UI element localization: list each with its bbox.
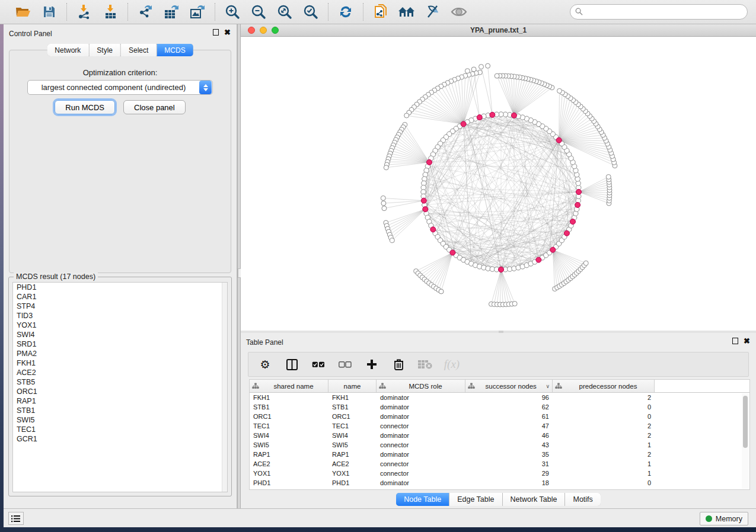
delete-column-icon[interactable] bbox=[391, 357, 406, 371]
network-node[interactable] bbox=[575, 202, 580, 207]
network-node[interactable] bbox=[404, 113, 409, 118]
add-column-icon[interactable] bbox=[365, 357, 379, 371]
table-row[interactable]: SWI5SWI5connector431 bbox=[250, 440, 749, 450]
export-table-icon[interactable] bbox=[162, 4, 180, 20]
tab-network[interactable]: Network bbox=[47, 44, 89, 56]
column-header-successor-nodes[interactable]: successor nodes∨ bbox=[465, 380, 553, 392]
network-node[interactable] bbox=[450, 250, 455, 255]
network-node[interactable] bbox=[556, 137, 562, 143]
zoom-fit-icon[interactable] bbox=[276, 4, 294, 20]
task-history-button[interactable] bbox=[8, 512, 24, 525]
export-image-icon[interactable] bbox=[189, 4, 206, 20]
network-canvas[interactable] bbox=[241, 37, 756, 331]
network-node[interactable] bbox=[471, 67, 476, 72]
network-node[interactable] bbox=[511, 113, 516, 118]
network-node[interactable] bbox=[576, 190, 582, 195]
network-node[interactable] bbox=[486, 63, 490, 68]
mcds-result-item[interactable]: YOX1 bbox=[13, 321, 227, 330]
zoom-in-icon[interactable] bbox=[224, 4, 241, 20]
mcds-result-item[interactable]: CAR1 bbox=[13, 292, 227, 302]
table-row[interactable]: SWI4SWI4dominator462 bbox=[250, 431, 749, 440]
network-node[interactable] bbox=[430, 227, 436, 232]
close-panel-button[interactable]: Close panel bbox=[123, 100, 186, 114]
mcds-result-item[interactable]: STB5 bbox=[13, 377, 227, 387]
mcds-result-item[interactable]: SRD1 bbox=[13, 339, 227, 349]
maximize-window-icon[interactable] bbox=[272, 27, 279, 34]
refresh-icon[interactable] bbox=[337, 4, 355, 20]
export-network-icon[interactable] bbox=[136, 4, 154, 20]
network-node[interactable] bbox=[477, 115, 482, 120]
table-row[interactable]: STB1STB1dominator620 bbox=[250, 402, 749, 412]
table-row[interactable]: ORC1ORC1dominator610 bbox=[250, 412, 749, 421]
network-node[interactable] bbox=[512, 302, 517, 306]
network-node[interactable] bbox=[461, 121, 466, 127]
criterion-dropdown[interactable]: largest connected component (undirected) bbox=[27, 80, 213, 95]
mcds-result-list[interactable]: PHD1CAR1STP4TID3YOX1SWI4SRD1PMA2FKH1ACE2… bbox=[12, 282, 228, 492]
table-row[interactable]: RAP1RAP1dominator352 bbox=[250, 450, 749, 459]
table-scrollbar[interactable] bbox=[742, 393, 749, 489]
mcds-result-item[interactable]: ORC1 bbox=[13, 387, 227, 396]
import-network-icon[interactable] bbox=[75, 4, 93, 20]
import-table-icon[interactable] bbox=[101, 4, 119, 20]
mcds-result-item[interactable]: FKH1 bbox=[13, 358, 227, 368]
column-header-name[interactable]: name bbox=[328, 380, 377, 392]
save-icon[interactable] bbox=[40, 4, 58, 20]
minimize-window-icon[interactable] bbox=[260, 27, 267, 34]
column-header-MCDS-role[interactable]: MCDS role bbox=[377, 380, 465, 392]
network-node[interactable] bbox=[570, 219, 576, 225]
list-scrollbar[interactable] bbox=[222, 283, 227, 492]
close-panel-icon[interactable]: ✖ bbox=[744, 338, 750, 344]
tab-mcds[interactable]: MCDS bbox=[157, 44, 193, 56]
tab-node-table[interactable]: Node Table bbox=[396, 493, 449, 506]
mcds-result-item[interactable]: ACE2 bbox=[13, 368, 227, 377]
search-input[interactable] bbox=[570, 4, 748, 20]
network-node[interactable] bbox=[564, 230, 569, 236]
zoom-out-icon[interactable] bbox=[250, 4, 267, 20]
select-all-icon[interactable] bbox=[311, 357, 326, 371]
clone-network-icon[interactable] bbox=[372, 4, 390, 20]
table-row[interactable]: YOX1YOX1connector291 bbox=[250, 469, 749, 478]
float-panel-icon[interactable] bbox=[732, 338, 738, 344]
zoom-selected-icon[interactable] bbox=[302, 4, 320, 20]
deselect-all-icon[interactable] bbox=[338, 357, 352, 371]
open-folder-icon[interactable] bbox=[14, 4, 32, 20]
houses-icon[interactable] bbox=[398, 4, 416, 20]
network-node[interactable] bbox=[423, 207, 428, 212]
tab-motifs[interactable]: Motifs bbox=[565, 493, 600, 506]
memory-button[interactable]: Memory bbox=[700, 512, 748, 525]
tab-network-table[interactable]: Network Table bbox=[503, 493, 566, 506]
tab-select[interactable]: Select bbox=[121, 44, 157, 56]
mcds-result-item[interactable]: SWI4 bbox=[13, 330, 227, 339]
hide-icon[interactable] bbox=[424, 4, 442, 20]
network-node[interactable] bbox=[465, 69, 470, 73]
column-header-predecessor-nodes[interactable]: predecessor nodes bbox=[553, 380, 655, 392]
network-node[interactable] bbox=[550, 247, 556, 252]
mcds-result-item[interactable]: STP4 bbox=[13, 302, 227, 311]
network-node[interactable] bbox=[499, 267, 504, 273]
tab-style[interactable]: Style bbox=[89, 44, 121, 56]
scrollbar-thumb[interactable] bbox=[743, 396, 748, 448]
run-mcds-button[interactable]: Run MCDS bbox=[55, 100, 115, 114]
network-node[interactable] bbox=[495, 73, 499, 78]
network-node[interactable] bbox=[557, 88, 562, 93]
table-row[interactable]: ACE2ACE2connector311 bbox=[250, 459, 749, 469]
eye-icon[interactable] bbox=[450, 4, 468, 20]
node-table[interactable]: shared namenameMCDS rolesuccessor nodes∨… bbox=[249, 379, 750, 490]
network-node[interactable] bbox=[381, 201, 386, 206]
network-node[interactable] bbox=[382, 206, 387, 211]
mcds-result-item[interactable]: SWI5 bbox=[13, 415, 227, 425]
network-node[interactable] bbox=[490, 112, 495, 117]
network-node[interactable] bbox=[583, 261, 588, 265]
network-node[interactable] bbox=[426, 159, 432, 165]
float-panel-icon[interactable] bbox=[213, 29, 219, 36]
network-node[interactable] bbox=[606, 175, 611, 180]
network-node[interactable] bbox=[390, 238, 394, 243]
network-node[interactable] bbox=[536, 257, 541, 262]
table-row[interactable]: FKH1FKH1dominator962 bbox=[250, 393, 749, 402]
close-panel-icon[interactable]: ✖ bbox=[224, 29, 231, 36]
mcds-result-item[interactable]: STB1 bbox=[13, 406, 227, 415]
network-node[interactable] bbox=[381, 196, 385, 200]
network-node[interactable] bbox=[421, 198, 426, 203]
network-window-titlebar[interactable]: YPA_prune.txt_1 bbox=[241, 24, 756, 37]
column-header-shared-name[interactable]: shared name bbox=[250, 380, 328, 392]
